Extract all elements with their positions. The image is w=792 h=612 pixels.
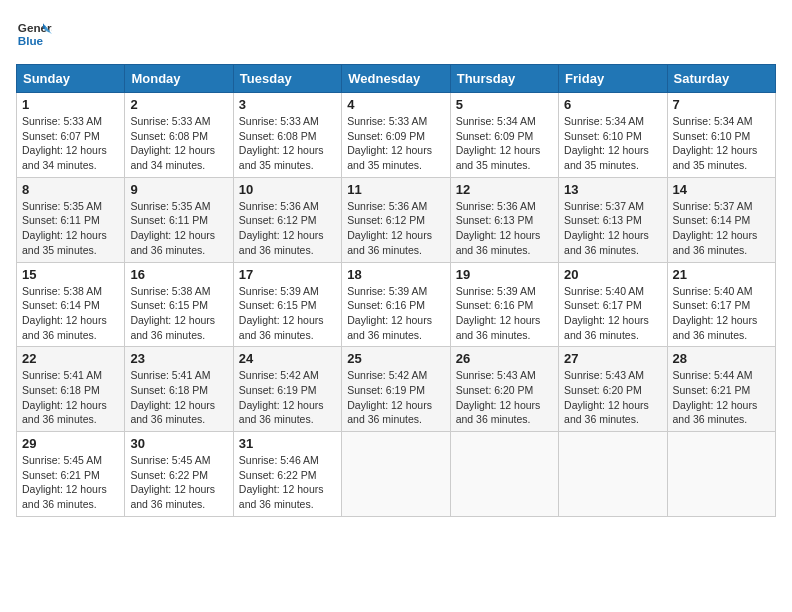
daylight-label: Daylight: 12 hours and 36 minutes. [456,314,541,341]
logo-icon: General Blue [16,16,52,52]
calendar-day-cell: 26 Sunrise: 5:43 AM Sunset: 6:20 PM Dayl… [450,347,558,432]
sunrise-label: Sunrise: 5:39 AM [456,285,536,297]
daylight-label: Daylight: 12 hours and 35 minutes. [239,144,324,171]
sunset-label: Sunset: 6:22 PM [239,469,317,481]
daylight-label: Daylight: 12 hours and 36 minutes. [456,229,541,256]
sunset-label: Sunset: 6:10 PM [564,130,642,142]
day-info: Sunrise: 5:39 AM Sunset: 6:16 PM Dayligh… [347,284,444,343]
svg-text:Blue: Blue [18,34,44,47]
day-number: 15 [22,267,119,282]
day-number: 26 [456,351,553,366]
day-number: 6 [564,97,661,112]
day-number: 10 [239,182,336,197]
sunset-label: Sunset: 6:12 PM [239,214,317,226]
calendar-day-cell: 13 Sunrise: 5:37 AM Sunset: 6:13 PM Dayl… [559,177,667,262]
day-info: Sunrise: 5:41 AM Sunset: 6:18 PM Dayligh… [130,368,227,427]
sunrise-label: Sunrise: 5:38 AM [22,285,102,297]
day-number: 22 [22,351,119,366]
day-number: 17 [239,267,336,282]
sunrise-label: Sunrise: 5:36 AM [456,200,536,212]
day-info: Sunrise: 5:42 AM Sunset: 6:19 PM Dayligh… [347,368,444,427]
sunrise-label: Sunrise: 5:45 AM [130,454,210,466]
day-info: Sunrise: 5:44 AM Sunset: 6:21 PM Dayligh… [673,368,770,427]
sunrise-label: Sunrise: 5:34 AM [564,115,644,127]
daylight-label: Daylight: 12 hours and 35 minutes. [564,144,649,171]
day-info: Sunrise: 5:36 AM Sunset: 6:12 PM Dayligh… [239,199,336,258]
day-number: 27 [564,351,661,366]
sunset-label: Sunset: 6:10 PM [673,130,751,142]
calendar-day-cell: 24 Sunrise: 5:42 AM Sunset: 6:19 PM Dayl… [233,347,341,432]
weekday-header-cell: Wednesday [342,65,450,93]
day-info: Sunrise: 5:35 AM Sunset: 6:11 PM Dayligh… [22,199,119,258]
calendar-day-cell: 22 Sunrise: 5:41 AM Sunset: 6:18 PM Dayl… [17,347,125,432]
day-number: 11 [347,182,444,197]
day-number: 1 [22,97,119,112]
calendar-day-cell: 27 Sunrise: 5:43 AM Sunset: 6:20 PM Dayl… [559,347,667,432]
sunset-label: Sunset: 6:17 PM [564,299,642,311]
daylight-label: Daylight: 12 hours and 36 minutes. [673,399,758,426]
weekday-header-cell: Sunday [17,65,125,93]
day-number: 30 [130,436,227,451]
sunrise-label: Sunrise: 5:42 AM [347,369,427,381]
day-number: 21 [673,267,770,282]
day-info: Sunrise: 5:35 AM Sunset: 6:11 PM Dayligh… [130,199,227,258]
daylight-label: Daylight: 12 hours and 35 minutes. [673,144,758,171]
day-number: 18 [347,267,444,282]
calendar-day-cell: 18 Sunrise: 5:39 AM Sunset: 6:16 PM Dayl… [342,262,450,347]
daylight-label: Daylight: 12 hours and 36 minutes. [564,229,649,256]
day-info: Sunrise: 5:40 AM Sunset: 6:17 PM Dayligh… [564,284,661,343]
day-number: 23 [130,351,227,366]
sunrise-label: Sunrise: 5:45 AM [22,454,102,466]
day-number: 25 [347,351,444,366]
day-info: Sunrise: 5:33 AM Sunset: 6:08 PM Dayligh… [130,114,227,173]
day-number: 20 [564,267,661,282]
calendar-week-row: 29 Sunrise: 5:45 AM Sunset: 6:21 PM Dayl… [17,432,776,517]
sunset-label: Sunset: 6:18 PM [22,384,100,396]
sunset-label: Sunset: 6:21 PM [673,384,751,396]
daylight-label: Daylight: 12 hours and 34 minutes. [22,144,107,171]
calendar-day-cell: 6 Sunrise: 5:34 AM Sunset: 6:10 PM Dayli… [559,93,667,178]
daylight-label: Daylight: 12 hours and 36 minutes. [347,229,432,256]
day-number: 4 [347,97,444,112]
daylight-label: Daylight: 12 hours and 36 minutes. [347,314,432,341]
day-number: 24 [239,351,336,366]
sunset-label: Sunset: 6:14 PM [673,214,751,226]
daylight-label: Daylight: 12 hours and 36 minutes. [564,399,649,426]
calendar-day-cell: 19 Sunrise: 5:39 AM Sunset: 6:16 PM Dayl… [450,262,558,347]
daylight-label: Daylight: 12 hours and 35 minutes. [456,144,541,171]
sunrise-label: Sunrise: 5:33 AM [239,115,319,127]
daylight-label: Daylight: 12 hours and 36 minutes. [347,399,432,426]
daylight-label: Daylight: 12 hours and 36 minutes. [239,314,324,341]
calendar-day-cell: 17 Sunrise: 5:39 AM Sunset: 6:15 PM Dayl… [233,262,341,347]
daylight-label: Daylight: 12 hours and 36 minutes. [22,399,107,426]
daylight-label: Daylight: 12 hours and 36 minutes. [564,314,649,341]
sunset-label: Sunset: 6:08 PM [130,130,208,142]
calendar-day-cell: 11 Sunrise: 5:36 AM Sunset: 6:12 PM Dayl… [342,177,450,262]
day-info: Sunrise: 5:36 AM Sunset: 6:13 PM Dayligh… [456,199,553,258]
daylight-label: Daylight: 12 hours and 36 minutes. [22,483,107,510]
sunrise-label: Sunrise: 5:34 AM [673,115,753,127]
day-info: Sunrise: 5:41 AM Sunset: 6:18 PM Dayligh… [22,368,119,427]
day-info: Sunrise: 5:39 AM Sunset: 6:15 PM Dayligh… [239,284,336,343]
weekday-header-cell: Tuesday [233,65,341,93]
day-info: Sunrise: 5:34 AM Sunset: 6:10 PM Dayligh… [673,114,770,173]
calendar-day-cell: 10 Sunrise: 5:36 AM Sunset: 6:12 PM Dayl… [233,177,341,262]
sunrise-label: Sunrise: 5:44 AM [673,369,753,381]
day-number: 14 [673,182,770,197]
sunrise-label: Sunrise: 5:33 AM [22,115,102,127]
sunrise-label: Sunrise: 5:36 AM [347,200,427,212]
day-info: Sunrise: 5:33 AM Sunset: 6:09 PM Dayligh… [347,114,444,173]
day-number: 5 [456,97,553,112]
daylight-label: Daylight: 12 hours and 36 minutes. [673,314,758,341]
calendar-day-cell: 21 Sunrise: 5:40 AM Sunset: 6:17 PM Dayl… [667,262,775,347]
daylight-label: Daylight: 12 hours and 36 minutes. [130,483,215,510]
calendar-day-cell: 1 Sunrise: 5:33 AM Sunset: 6:07 PM Dayli… [17,93,125,178]
calendar-day-cell: 8 Sunrise: 5:35 AM Sunset: 6:11 PM Dayli… [17,177,125,262]
weekday-header-cell: Monday [125,65,233,93]
sunrise-label: Sunrise: 5:35 AM [22,200,102,212]
calendar-day-cell: 15 Sunrise: 5:38 AM Sunset: 6:14 PM Dayl… [17,262,125,347]
day-info: Sunrise: 5:45 AM Sunset: 6:22 PM Dayligh… [130,453,227,512]
calendar-week-row: 8 Sunrise: 5:35 AM Sunset: 6:11 PM Dayli… [17,177,776,262]
day-info: Sunrise: 5:40 AM Sunset: 6:17 PM Dayligh… [673,284,770,343]
calendar-day-cell: 20 Sunrise: 5:40 AM Sunset: 6:17 PM Dayl… [559,262,667,347]
